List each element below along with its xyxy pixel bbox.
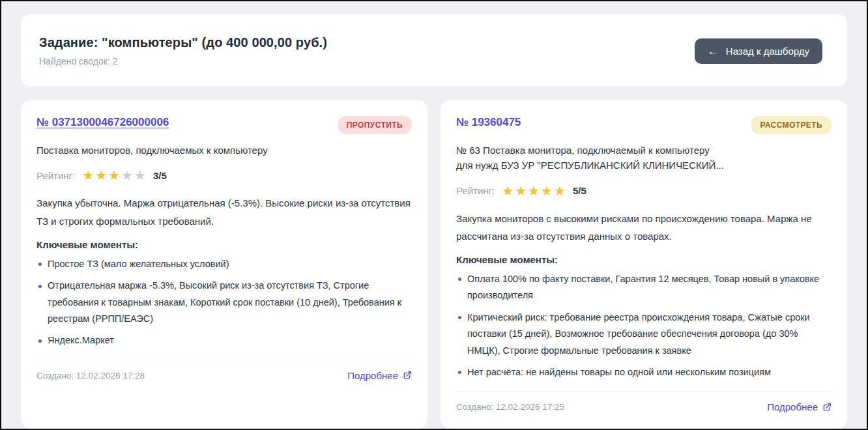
details-link-label: Подробнее xyxy=(767,401,818,412)
list-item: Яндекс.Маркет xyxy=(36,332,412,349)
rating-value: 5/5 xyxy=(573,185,586,196)
key-moments-list: Оплата 100% по факту поставки, Гарантия … xyxy=(456,271,832,380)
list-item: Отрицательная маржа -5.3%, Высокий риск … xyxy=(36,278,412,327)
list-item: Нет расчёта: не найдены товары по одной … xyxy=(456,364,832,380)
summary-card-skip: № 0371300046726000006 ПРОПУСТИТЬ Поставк… xyxy=(21,100,427,428)
key-moments-title: Ключевые моменты: xyxy=(456,254,832,265)
star-filled-icons: ★★★★★ xyxy=(502,184,567,198)
list-item: Простое ТЗ (мало желательных условий) xyxy=(36,256,412,272)
back-button-label: Назад к дашборду xyxy=(726,46,809,57)
external-link-icon xyxy=(822,403,832,412)
card-footer: Создано: 12.02.2026 17:28 Подробнее xyxy=(36,360,412,381)
card-head: № 19360475 РАССМОТРЕТЬ xyxy=(456,116,832,134)
list-item: Оплата 100% по факту поставки, Гарантия … xyxy=(456,271,832,304)
back-to-dashboard-button[interactable]: ← Назад к дашборду xyxy=(695,38,822,64)
list-item: Критический риск: требование реестра про… xyxy=(456,309,832,359)
star-rating-icons: ★★★★★ xyxy=(82,169,147,182)
analysis-summary: Закупка убыточна. Маржа отрицательная (-… xyxy=(36,194,412,231)
rating-label: Рейтинг: xyxy=(456,185,495,196)
task-header-card: Задание: "компьютеры" (до 400 000,00 руб… xyxy=(21,14,847,86)
details-link-label: Подробнее xyxy=(347,370,398,381)
procurement-description: № 63 Поставка монитора, подключаемый к к… xyxy=(456,143,832,173)
key-moments-title: Ключевые моменты: xyxy=(36,239,412,250)
rating-row: Рейтинг: ★★★★★ 3/5 xyxy=(36,169,412,182)
task-header-text: Задание: "компьютеры" (до 400 000,00 руб… xyxy=(39,35,327,66)
star-filled-icons: ★★★ xyxy=(82,168,121,182)
rating-row: Рейтинг: ★★★★★ 5/5 xyxy=(456,184,832,197)
star-rating-icons: ★★★★★ xyxy=(502,184,567,197)
procurement-description: Поставка мониторов, подключаемых к компь… xyxy=(36,143,412,158)
key-moments-list: Простое ТЗ (мало желательных условий) От… xyxy=(36,256,412,349)
found-count: Найдено сводок: 2 xyxy=(39,56,327,66)
arrow-left-icon: ← xyxy=(708,46,719,57)
rating-value: 3/5 xyxy=(153,170,167,181)
details-link[interactable]: Подробнее xyxy=(347,370,412,381)
external-link-icon xyxy=(403,371,412,380)
procurement-number-link[interactable]: № 19360475 xyxy=(456,116,521,129)
page: Задание: "компьютеры" (до 400 000,00 руб… xyxy=(0,0,868,430)
card-footer: Создано: 12.02.2026 17:25 Подробнее xyxy=(456,391,832,412)
details-link[interactable]: Подробнее xyxy=(767,401,832,412)
status-badge: РАССМОТРЕТЬ xyxy=(751,116,832,134)
procurement-number-link[interactable]: № 0371300046726000006 xyxy=(36,116,169,129)
created-timestamp: Создано: 12.02.2026 17:25 xyxy=(456,402,564,412)
summary-card-review: № 19360475 РАССМОТРЕТЬ № 63 Поставка мон… xyxy=(441,100,847,428)
status-badge: ПРОПУСТИТЬ xyxy=(338,116,412,134)
page-title: Задание: "компьютеры" (до 400 000,00 руб… xyxy=(39,35,327,50)
rating-label: Рейтинг: xyxy=(36,170,75,181)
card-head: № 0371300046726000006 ПРОПУСТИТЬ xyxy=(36,116,412,134)
star-empty-icons: ★★ xyxy=(121,168,147,182)
summary-cards-row: № 0371300046726000006 ПРОПУСТИТЬ Поставк… xyxy=(21,100,847,428)
analysis-summary: Закупка мониторов с высокими рисками по … xyxy=(456,210,832,246)
created-timestamp: Создано: 12.02.2026 17:28 xyxy=(36,371,145,380)
